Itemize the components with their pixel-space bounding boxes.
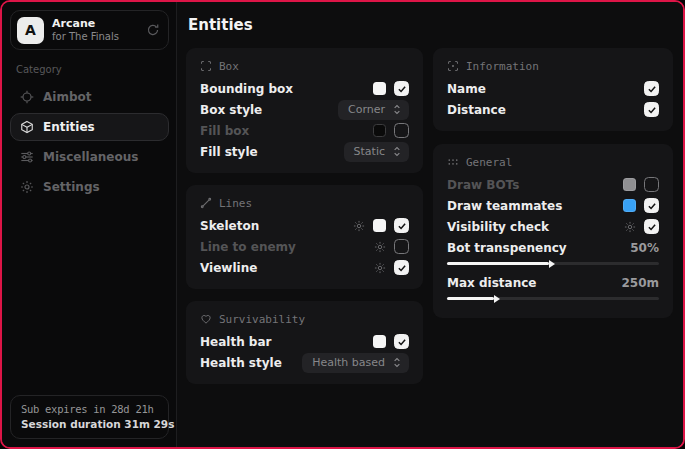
sidebar-nav: Aimbot Entities [10,83,169,201]
visibility-check-row: Visibility check [447,216,659,237]
app-logo: A [17,17,44,44]
panel-information-header: Information [447,57,659,75]
skeleton-settings-icon[interactable] [353,220,365,232]
sidebar-item-settings[interactable]: Settings [10,173,169,201]
row-label: Distance [447,103,644,117]
skeleton-checkbox[interactable] [394,218,409,233]
max-distance-row: Max distance 250m [447,272,659,293]
row-label: Visibility check [447,220,624,234]
row-label: Health bar [200,335,373,349]
sidebar-item-label: Entities [43,120,95,134]
draw-teammates-checkbox[interactable] [644,198,659,213]
diagonal-line-icon [200,197,212,209]
visibility-check-settings-icon[interactable] [624,221,636,233]
session-duration-text: Session duration 31m 29s [21,418,158,430]
draw-bots-row: Draw BOTs [447,174,659,195]
sidebar: A Arcane for The Finals Category [2,2,177,447]
health-bar-checkbox[interactable] [394,334,409,349]
page-title: Entities [188,16,672,34]
panel-information: Information Name Distance [433,48,673,131]
panel-survivability-header: Survivability [200,310,409,328]
row-label: Box style [200,103,338,117]
name-row: Name [447,78,659,99]
max-distance-value: 250m [621,276,659,290]
line-to-enemy-row: Line to enemy [200,236,409,257]
fill-box-color-swatch[interactable] [373,124,386,137]
draw-bots-color-swatch[interactable] [623,178,636,191]
sub-expiry-text: Sub expires in 28d 21h [21,403,158,415]
bot-transparency-row: Bot transpenency 50% [447,237,659,258]
distance-row: Distance [447,99,659,120]
sidebar-item-label: Aimbot [43,90,91,104]
sidebar-item-entities[interactable]: Entities [10,113,169,141]
crosshair-icon [20,90,34,104]
distance-checkbox[interactable] [644,102,659,117]
fill-style-select[interactable]: Static [344,142,409,162]
health-bar-row: Health bar [200,331,409,352]
bounding-box-checkbox[interactable] [394,81,409,96]
max-distance-slider[interactable] [447,297,659,300]
draw-teammates-row: Draw teammates [447,195,659,216]
sidebar-item-label: Settings [43,180,100,194]
panel-general: General Draw BOTs Draw teammates [433,144,673,318]
draw-teammates-color-swatch[interactable] [623,199,636,212]
bounding-box-color-swatch[interactable] [373,82,386,95]
row-label: Line to enemy [200,240,374,254]
chevron-updown-icon [392,146,402,157]
panel-columns: Box Bounding box Box style [186,48,672,384]
line-to-enemy-checkbox[interactable] [394,239,409,254]
select-value: Health based [312,356,385,369]
bot-transparency-slider[interactable] [447,262,659,265]
sidebar-item-miscellaneous[interactable]: Miscellaneous [10,143,169,171]
slider-fill[interactable] [447,297,494,300]
heart-icon [200,313,212,325]
fill-box-row: Fill box [200,120,409,141]
visibility-check-checkbox[interactable] [644,219,659,234]
right-column: Information Name Distance [433,48,673,318]
health-style-select[interactable]: Health based [302,353,409,373]
gear-icon [20,180,34,194]
fill-box-checkbox[interactable] [394,123,409,138]
chevron-updown-icon [392,104,402,115]
viewline-checkbox[interactable] [394,260,409,275]
row-label: Max distance [447,276,621,290]
refresh-icon[interactable] [146,23,160,37]
brand-card: A Arcane for The Finals [10,10,169,50]
line-to-enemy-settings-icon[interactable] [374,241,386,253]
panel-title: Information [466,60,539,73]
sliders-icon [20,150,34,164]
viewline-row: Viewline [200,257,409,278]
main-content: Entities Box Bounding box [177,2,683,447]
chevron-updown-icon [392,357,402,368]
screen: A Arcane for The Finals Category [0,0,685,449]
app-subtitle: for The Finals [52,31,138,44]
fill-style-row: Fill style Static [200,141,409,162]
name-checkbox[interactable] [644,81,659,96]
app-window: A Arcane for The Finals Category [0,0,685,449]
bot-transparency-value: 50% [630,241,659,255]
panel-lines: Lines Skeleton [186,185,423,289]
viewline-settings-icon[interactable] [374,262,386,274]
draw-bots-checkbox[interactable] [644,177,659,192]
box-style-select[interactable]: Corner [338,100,409,120]
panel-title: Survivability [219,313,305,326]
panel-box-header: Box [200,57,409,75]
left-column: Box Bounding box Box style [186,48,423,384]
row-label: Bounding box [200,82,373,96]
panel-title: General [466,156,512,169]
skeleton-color-swatch[interactable] [373,219,386,232]
row-label: Fill box [200,124,373,138]
skeleton-row: Skeleton [200,215,409,236]
brand-text: Arcane for The Finals [52,17,138,43]
panel-survivability: Survivability Health bar Health style [186,301,423,384]
row-label: Draw BOTs [447,178,623,192]
slider-fill[interactable] [447,262,549,265]
select-value: Corner [348,103,385,116]
dots-grid-icon [447,156,459,168]
health-bar-color-swatch[interactable] [373,335,386,348]
panel-lines-header: Lines [200,194,409,212]
row-label: Name [447,82,644,96]
row-label: Skeleton [200,219,353,233]
bounding-box-row: Bounding box [200,78,409,99]
sidebar-item-aimbot[interactable]: Aimbot [10,83,169,111]
